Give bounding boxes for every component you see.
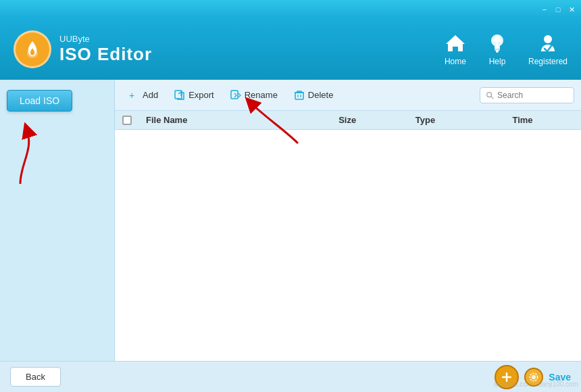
delete-icon xyxy=(294,90,305,101)
arrow-annotation-1 xyxy=(7,109,61,191)
delete-button[interactable]: Delete xyxy=(287,87,340,104)
nav-home[interactable]: Home xyxy=(445,32,466,66)
svg-point-7 xyxy=(544,35,552,43)
svg-rect-11 xyxy=(295,93,303,99)
nav-help-label: Help xyxy=(489,57,506,66)
nav-registered[interactable]: Registered xyxy=(528,32,567,66)
nav-icons: Home Help Registered xyxy=(445,32,567,66)
table-col-check[interactable] xyxy=(115,116,139,125)
registered-icon xyxy=(537,32,559,54)
table-col-type: Type xyxy=(386,115,464,125)
svg-text:+: + xyxy=(129,90,134,101)
svg-rect-10 xyxy=(231,91,238,99)
export-label: Export xyxy=(188,90,214,100)
sidebar: Load ISO xyxy=(0,80,115,361)
add-button[interactable]: + Add xyxy=(122,87,165,104)
logo-area: UUByte ISO Editor xyxy=(14,30,445,68)
action-toolbar: + Add Export xyxy=(115,80,581,111)
nav-home-label: Home xyxy=(445,57,466,66)
table-body xyxy=(115,130,581,361)
brand-name: UUByte xyxy=(59,34,152,44)
add-label: Add xyxy=(143,90,158,100)
search-input[interactable] xyxy=(497,91,568,100)
file-table: File Name Size Type Time xyxy=(115,111,581,361)
title-bar: − □ ✕ xyxy=(0,0,581,19)
watermark: 单机100.com / danji100.com xyxy=(493,380,578,389)
home-icon xyxy=(445,32,466,54)
export-icon xyxy=(174,90,185,101)
rename-label: Rename xyxy=(245,90,278,100)
svg-rect-16 xyxy=(123,116,131,124)
svg-point-14 xyxy=(487,92,492,97)
table-col-time: Time xyxy=(464,115,581,125)
add-icon: + xyxy=(128,90,139,101)
help-icon xyxy=(486,32,508,54)
delete-label: Delete xyxy=(308,90,334,100)
header: UUByte ISO Editor Home Help xyxy=(0,19,581,80)
export-button[interactable]: Export xyxy=(168,87,221,104)
svg-point-19 xyxy=(532,374,536,378)
maximize-button[interactable]: □ xyxy=(551,3,565,16)
back-button[interactable]: Back xyxy=(10,367,61,387)
search-box[interactable] xyxy=(480,87,574,103)
search-icon xyxy=(486,91,494,100)
nav-help[interactable]: Help xyxy=(486,32,508,66)
nav-registered-label: Registered xyxy=(528,57,567,66)
minimize-button[interactable]: − xyxy=(538,3,551,16)
svg-line-15 xyxy=(491,96,493,98)
logo-text: UUByte ISO Editor xyxy=(59,34,152,65)
table-header: File Name Size Type Time xyxy=(115,111,581,130)
load-iso-button[interactable]: Load ISO xyxy=(7,90,72,112)
rename-icon xyxy=(230,90,241,101)
table-col-name: File Name xyxy=(139,115,309,125)
content-area: + Add Export xyxy=(115,80,581,361)
app-title: ISO Editor xyxy=(59,44,152,65)
close-button[interactable]: ✕ xyxy=(565,3,578,16)
rename-button[interactable]: Rename xyxy=(224,87,284,104)
checkbox-all[interactable] xyxy=(122,116,132,125)
app-logo xyxy=(14,30,51,68)
table-col-size: Size xyxy=(309,115,386,125)
